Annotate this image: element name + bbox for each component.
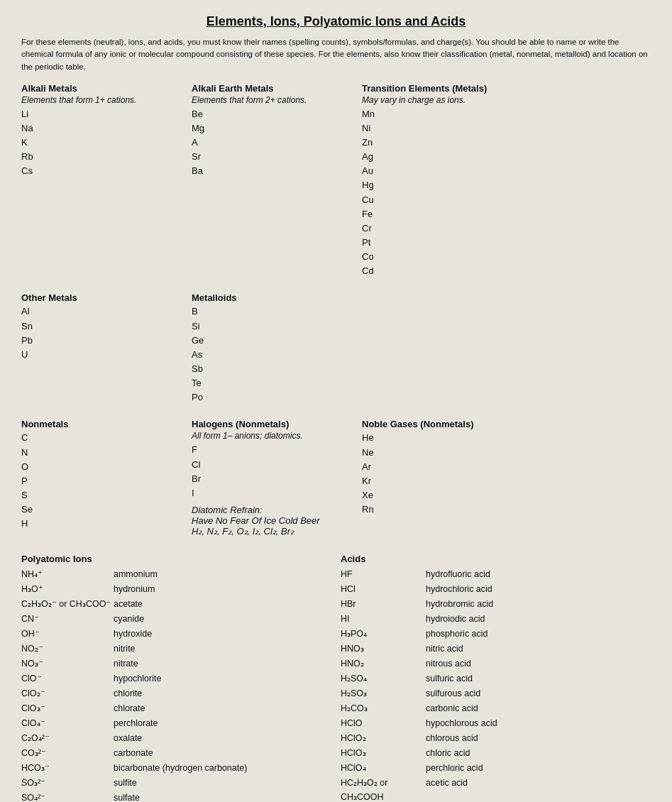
alkali-earth-subtitle: Elements that form 2+ cations. [192, 95, 348, 105]
acid-formula: HClO₄ [341, 761, 426, 775]
poly-ion: H₃O⁺ [21, 582, 114, 596]
acid-formula: H₂CO₃ [341, 701, 426, 715]
poly-name: sulfate [114, 791, 319, 802]
poly-ion: ClO₃⁻ [21, 701, 114, 715]
list-item: C [21, 431, 177, 445]
list-item: As [192, 348, 348, 362]
halogens-subtitle: All form 1– anions; diatomics. [192, 431, 348, 441]
acid-name: nitrous acid [426, 657, 651, 671]
list-item: Rb [21, 150, 177, 164]
list-item: Cu [362, 193, 651, 207]
list-item: Ne [362, 446, 651, 460]
acid-name: acetic acid [426, 776, 651, 802]
acid-formula: HBr [341, 597, 426, 611]
nonmetals-list: CNOPSSeH [21, 431, 177, 531]
nonmetals-section: Nonmetals CNOPSSeH [21, 419, 177, 537]
poly-ion: SO₄²⁻ [21, 791, 114, 802]
list-item: O [21, 460, 177, 474]
acid-formula: HF [341, 567, 426, 581]
poly-ion: SO₃²⁻ [21, 776, 114, 790]
acid-name: hydrochloric acid [426, 582, 651, 596]
acid-formula: H₂SO₄ [341, 671, 426, 686]
acid-name: chloric acid [426, 746, 651, 760]
alkali-metals-section: Alkali Metals Elements that form 1+ cati… [21, 83, 177, 279]
list-item: Pb [21, 334, 177, 348]
poly-ion: NH₄⁺ [21, 567, 114, 581]
list-item: S [21, 488, 177, 502]
list-item: Po [192, 390, 348, 405]
list-item: Se [21, 502, 177, 517]
alkali-earth-section: Alkali Earth Metals Elements that form 2… [192, 83, 348, 279]
list-item: K [21, 136, 177, 150]
poly-name: hydronium [114, 582, 319, 596]
poly-ion: NO₃⁻ [21, 657, 114, 671]
acid-name: hydroiodic acid [426, 612, 651, 626]
poly-name: perchlorate [114, 716, 319, 730]
list-item: Be [192, 107, 348, 121]
acids-table: HFhydrofluoric acidHClhydrochloric acidH… [341, 567, 651, 802]
polyatomic-table: NH₄⁺ammoniumH₃O⁺hydroniumC₂H₃O₂⁻ or CH₃C… [21, 567, 319, 802]
list-item: F [192, 443, 348, 457]
acid-formula: HC₂H₃O₂ or CH₃COOH [341, 776, 426, 802]
metalloids-list: BSiGeAsSbTePo [192, 304, 348, 405]
other-metals-title: Other Metals [21, 292, 177, 303]
acid-formula: H₃PO₄ [341, 627, 426, 641]
list-item: Ag [362, 150, 651, 164]
list-item: Sr [192, 150, 348, 164]
acid-formula: HClO [341, 716, 426, 730]
alkali-metals-title: Alkali Metals [21, 83, 177, 94]
alkali-earth-title: Alkali Earth Metals [192, 83, 348, 94]
list-item: Pt [362, 236, 651, 250]
metalloids-section: Metalloids BSiGeAsSbTePo [192, 292, 348, 405]
list-item: N [21, 446, 177, 460]
intro-paragraph: For these elements (neutral), ions, and … [21, 36, 651, 73]
diatomic-block: Diatomic Refrain: Have No Fear Of Ice Co… [192, 505, 348, 537]
noble-gases-title: Noble Gases (Nonmetals) [362, 419, 651, 429]
acid-name: hypochlorous acid [426, 716, 651, 730]
diatomic-line1: Have No Fear Of Ice Cold Beer [192, 515, 348, 526]
poly-name: nitrate [114, 657, 319, 671]
acids-title: Acids [341, 554, 651, 564]
list-item: H [21, 517, 177, 531]
poly-name: hypochlorite [114, 671, 319, 686]
acid-formula: HClO₃ [341, 746, 426, 760]
list-item: Sb [192, 362, 348, 376]
list-item: Ar [362, 460, 651, 474]
page-title: Elements, Ions, Polyatomic Ions and Acid… [21, 14, 651, 29]
acid-formula: HNO₂ [341, 657, 426, 671]
acid-name: hydrofluoric acid [426, 567, 651, 581]
nonmetals-title: Nonmetals [21, 419, 177, 429]
list-item: B [192, 304, 348, 319]
list-item: Si [192, 319, 348, 334]
halogens-list: FClBrI [192, 443, 348, 500]
transition-section: Transition Elements (Metals) May vary in… [362, 83, 651, 279]
list-item: Xe [362, 488, 651, 502]
list-item: Sn [21, 319, 177, 334]
list-item: Mn [362, 107, 651, 121]
poly-ion: NO₂⁻ [21, 642, 114, 656]
list-item: Ba [192, 164, 348, 178]
alkali-earth-list: BeMgASrBa [192, 107, 348, 179]
acid-name: hydrobromic acid [426, 597, 651, 611]
list-item: I [192, 486, 348, 500]
list-item: Na [21, 121, 177, 136]
metalloids-title: Metalloids [192, 292, 348, 303]
list-item: Rn [362, 502, 651, 517]
acid-formula: HI [341, 612, 426, 626]
halogens-section halogens-block: Halogens (Nonmetals) All form 1– anions;… [192, 419, 348, 537]
poly-ion: HCO₃⁻ [21, 761, 114, 775]
poly-name: hydroxide [114, 627, 319, 641]
acid-name: phosphoric acid [426, 627, 651, 641]
poly-ion: ClO₂⁻ [21, 686, 114, 701]
list-item: A [192, 136, 348, 150]
acid-name: sulfuric acid [426, 671, 651, 686]
poly-name: ammonium [114, 567, 319, 581]
polyatomic-section: Polyatomic Ions NH₄⁺ammoniumH₃O⁺hydroniu… [21, 554, 319, 802]
poly-ion: CO₃²⁻ [21, 746, 114, 760]
transition-title: Transition Elements (Metals) [362, 83, 651, 94]
list-item: P [21, 474, 177, 488]
list-item: Li [21, 107, 177, 121]
acid-formula: HNO₃ [341, 642, 426, 656]
poly-name: chlorate [114, 701, 319, 715]
acid-name: sulfurous acid [426, 686, 651, 701]
